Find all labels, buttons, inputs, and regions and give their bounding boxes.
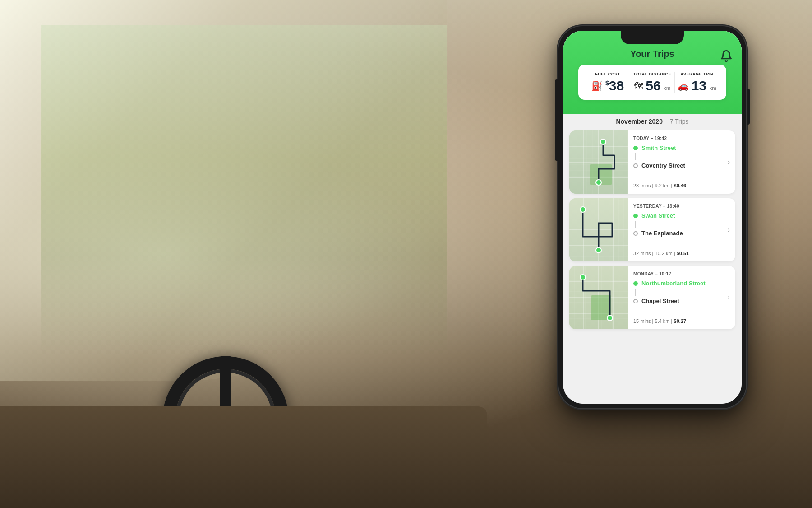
start-dot-3 xyxy=(633,281,638,286)
fuel-cost-number: $38 xyxy=(605,79,624,93)
trip-time-3: MONDAY – 10:17 xyxy=(633,271,731,276)
cost-2: $0.51 xyxy=(677,251,689,256)
duration-3: 15 mins xyxy=(633,318,651,324)
end-dot-3 xyxy=(633,299,638,303)
map-icon: 🗺 xyxy=(634,81,643,91)
bell-icon[interactable] xyxy=(720,50,733,62)
fuel-icon: ⛽ xyxy=(591,80,603,91)
average-trip-value-row: 🚗 13 km xyxy=(675,79,719,93)
average-trip-unit: km xyxy=(709,85,716,91)
trip-time-2: YESTERDAY – 13:40 xyxy=(633,204,731,209)
month-label: November 2020 xyxy=(616,118,663,125)
route-svg-2 xyxy=(569,198,628,261)
end-name-2: The Esplanade xyxy=(641,230,683,237)
start-dot-2 xyxy=(633,214,638,218)
fuel-cost-stat: FUEL COST ⛽ $38 xyxy=(586,72,630,93)
svg-point-7 xyxy=(600,139,606,144)
total-distance-stat: TOTAL DISTANCE 🗺 56 km xyxy=(630,72,674,93)
stats-card: FUEL COST ⛽ $38 TOTAL DISTANCE xyxy=(578,65,726,100)
svg-point-24 xyxy=(580,275,586,280)
phone-screen: Your Trips FUEL COST ⛽ xyxy=(563,31,742,404)
total-distance-label: TOTAL DISTANCE xyxy=(630,72,674,76)
route-start-2: Swan Street xyxy=(633,212,731,219)
phone-frame: Your Trips FUEL COST ⛽ xyxy=(558,25,747,409)
trips-list: TODAY – 19:42 Smith Street Coventry Stre… xyxy=(563,130,742,404)
route-start-3: Northumberland Street xyxy=(633,280,731,287)
svg-point-16 xyxy=(596,247,601,253)
average-trip-number: 13 xyxy=(692,79,706,93)
outdoor-scene xyxy=(41,25,447,355)
route-end-2: The Esplanade xyxy=(633,230,731,237)
fuel-currency: $ xyxy=(605,79,609,87)
trip-card-2[interactable]: YESTERDAY – 13:40 Swan Street The Esplan… xyxy=(569,198,735,261)
trip-map-1 xyxy=(569,130,628,194)
duration-1: 28 mins xyxy=(633,183,651,188)
app-content: Your Trips FUEL COST ⛽ xyxy=(563,31,742,404)
trip-meta-2: 32 mins | 10.2 km | $0.51 xyxy=(633,251,731,256)
route-end-1: Coventry Street xyxy=(633,162,731,169)
trip-card[interactable]: TODAY – 19:42 Smith Street Coventry Stre… xyxy=(569,130,735,194)
chevron-icon-2[interactable]: › xyxy=(728,226,730,234)
distance-2: 10.2 km xyxy=(655,251,673,256)
trip-route-3: Northumberland Street Chapel Street xyxy=(633,280,731,315)
route-line-3 xyxy=(635,289,636,296)
route-line-2 xyxy=(635,221,636,228)
trip-count: – xyxy=(664,118,670,125)
cost-1: $0.46 xyxy=(674,183,687,188)
svg-point-8 xyxy=(596,180,601,185)
page-title: Your Trips xyxy=(572,49,733,59)
end-name-3: Chapel Street xyxy=(641,298,679,304)
fuel-cost-value-row: ⛽ $38 xyxy=(586,79,630,93)
route-svg-3 xyxy=(569,266,628,329)
phone: Your Trips FUEL COST ⛽ xyxy=(558,25,747,409)
chevron-icon-1[interactable]: › xyxy=(728,158,730,166)
dashboard xyxy=(0,406,487,508)
total-distance-unit: km xyxy=(664,85,671,91)
trip-time-1: TODAY – 19:42 xyxy=(633,136,731,141)
trip-meta-1: 28 mins | 9.2 km | $0.46 xyxy=(633,183,731,188)
svg-point-15 xyxy=(580,207,586,212)
total-distance-number: 56 xyxy=(646,79,660,93)
notch xyxy=(621,31,684,44)
start-name-2: Swan Street xyxy=(641,212,675,219)
trip-map-3 xyxy=(569,266,628,329)
route-svg-1 xyxy=(569,130,628,194)
end-dot-2 xyxy=(633,231,638,236)
svg-point-25 xyxy=(607,315,613,321)
month-header: November 2020 – 7 Trips xyxy=(563,114,742,130)
car-icon: 🚗 xyxy=(678,80,689,91)
trip-card-3[interactable]: MONDAY – 10:17 Northumberland Street Cha… xyxy=(569,266,735,329)
duration-2: 32 mins xyxy=(633,251,651,256)
route-end-3: Chapel Street xyxy=(633,298,731,304)
start-dot-1 xyxy=(633,146,638,150)
trip-map-2 xyxy=(569,198,628,261)
trip-route-2: Swan Street The Esplanade xyxy=(633,212,731,247)
fuel-cost-label: FUEL COST xyxy=(586,72,630,76)
route-line-1 xyxy=(635,153,636,160)
start-name-3: Northumberland Street xyxy=(641,280,706,287)
trip-info-3: MONDAY – 10:17 Northumberland Street Cha… xyxy=(628,266,735,329)
end-dot-1 xyxy=(633,163,638,168)
total-distance-value-row: 🗺 56 km xyxy=(630,79,674,93)
trip-route-1: Smith Street Coventry Street xyxy=(633,144,731,179)
trip-info-1: TODAY – 19:42 Smith Street Coventry Stre… xyxy=(628,130,735,194)
cost-3: $0.27 xyxy=(674,318,687,324)
end-name-1: Coventry Street xyxy=(641,162,685,169)
route-start-1: Smith Street xyxy=(633,144,731,151)
trip-info-2: YESTERDAY – 13:40 Swan Street The Esplan… xyxy=(628,198,735,261)
distance-1: 9.2 km xyxy=(655,183,670,188)
distance-3: 5.4 km xyxy=(655,318,670,324)
start-name-1: Smith Street xyxy=(641,144,676,151)
average-trip-stat: AVERAGE TRIP 🚗 13 km xyxy=(674,72,719,93)
chevron-icon-3[interactable]: › xyxy=(728,294,730,302)
trip-count-value: 7 Trips xyxy=(670,118,689,125)
trip-meta-3: 15 mins | 5.4 km | $0.27 xyxy=(633,318,731,324)
average-trip-label: AVERAGE TRIP xyxy=(675,72,719,76)
